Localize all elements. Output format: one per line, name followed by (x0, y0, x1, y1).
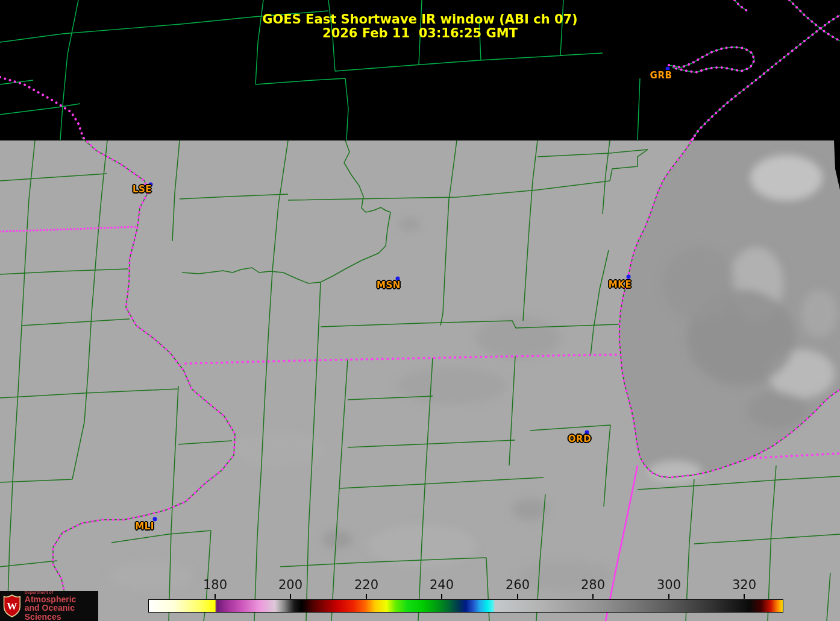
station-label-msn: MSN (377, 280, 401, 291)
satellite-image-viewport: GOES East Shortwave IR window (ABI ch 07… (0, 0, 840, 621)
colorbar-tick (517, 594, 518, 599)
uw-crest-icon: W (3, 592, 21, 620)
colorbar-tick (441, 594, 442, 599)
colorbar-tick (592, 594, 594, 599)
station-label-ord: ORD (568, 433, 591, 444)
image-title: GOES East Shortwave IR window (ABI ch 07… (0, 13, 840, 26)
colorbar-tick (366, 594, 367, 599)
uw-monogram: W (7, 601, 17, 612)
logo-text: Department of Atmospheric and Oceanic Sc… (25, 590, 98, 621)
station-label-mke: MKE (609, 279, 632, 290)
colorbar-tick-label: 320 (732, 578, 756, 592)
colorbar-tick (744, 594, 745, 599)
colorbar-tick-label: 240 (430, 578, 454, 592)
colorbar-tick-label: 300 (657, 578, 681, 592)
station-label-grb: GRB (650, 70, 672, 81)
colorbar-tick-label: 280 (581, 578, 605, 592)
station-label-mli: MLI (135, 521, 154, 532)
colorbar-tick (215, 594, 216, 599)
colorbar-tick (668, 594, 669, 599)
logo-name-line2: and Oceanic Sciences (25, 604, 98, 621)
colorbar-tick-label: 180 (203, 578, 227, 592)
image-timestamp: 2026 Feb 11 03:16:25 GMT (0, 27, 840, 40)
logo-name-line1: Atmospheric (25, 595, 98, 604)
uw-aos-logo: W Department of Atmospheric and Oceanic … (0, 591, 98, 621)
satellite-map (0, 0, 840, 621)
colorbar-tick-label: 200 (278, 578, 302, 592)
colorbar-tick (290, 594, 291, 599)
colorbar-tick-label: 220 (354, 578, 378, 592)
colorbar-tick-label: 260 (506, 578, 530, 592)
temperature-colorbar (148, 599, 783, 613)
station-dot-mke (627, 275, 631, 279)
station-label-lse: LSE (133, 184, 152, 195)
